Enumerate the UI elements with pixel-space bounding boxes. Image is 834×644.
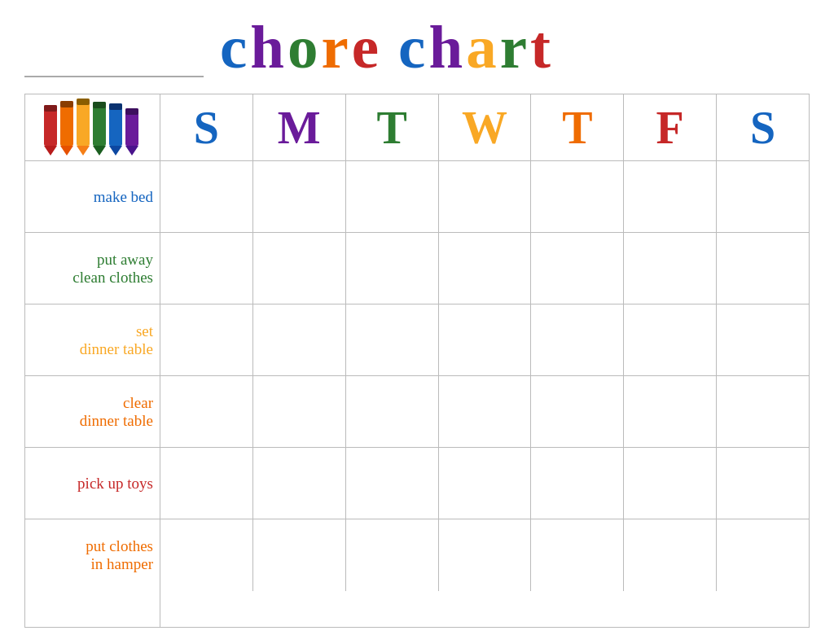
cell-r6c2[interactable] xyxy=(253,519,346,591)
title-letter-h: h xyxy=(250,16,288,77)
cell-r3c6[interactable] xyxy=(624,304,717,375)
cell-r5c4[interactable] xyxy=(439,448,532,519)
day-header-s2: S xyxy=(717,94,809,160)
chore-row-3 xyxy=(160,304,809,376)
cell-r2c5[interactable] xyxy=(531,233,624,304)
name-line[interactable] xyxy=(24,45,204,77)
title-letter-r2: r xyxy=(500,16,530,77)
cell-r3c5[interactable] xyxy=(531,304,624,375)
cell-r1c7[interactable] xyxy=(717,161,809,232)
chore-label-1: make bed xyxy=(25,161,160,233)
chore-label-text-6: put clothes in hamper xyxy=(86,537,153,573)
title-letter-r: r xyxy=(322,16,352,77)
cell-r1c3[interactable] xyxy=(346,161,439,232)
title-letter-a: a xyxy=(466,16,500,77)
cell-r3c1[interactable] xyxy=(160,304,253,375)
cell-r1c1[interactable] xyxy=(160,161,253,232)
cell-r5c5[interactable] xyxy=(531,448,624,519)
title-letter-t2: t xyxy=(530,16,554,77)
svg-marker-4 xyxy=(60,146,73,156)
cell-r5c1[interactable] xyxy=(160,448,253,519)
cell-r4c5[interactable] xyxy=(531,376,624,447)
cell-r6c1[interactable] xyxy=(160,519,253,591)
day-label-s2: S xyxy=(750,102,775,154)
cell-r5c3[interactable] xyxy=(346,448,439,519)
svg-rect-3 xyxy=(60,101,73,146)
page-header: chore chart xyxy=(24,16,810,77)
cell-r6c3[interactable] xyxy=(346,519,439,591)
chore-label-text-1: make bed xyxy=(94,188,153,206)
svg-rect-17 xyxy=(125,108,138,115)
cell-r2c7[interactable] xyxy=(717,233,809,304)
cell-r3c2[interactable] xyxy=(253,304,346,375)
cell-r5c6[interactable] xyxy=(624,448,717,519)
cell-r4c4[interactable] xyxy=(439,376,532,447)
chore-label-3: set dinner table xyxy=(25,304,160,376)
cell-r1c4[interactable] xyxy=(439,161,532,232)
crayons-area xyxy=(25,94,160,161)
cell-r5c2[interactable] xyxy=(253,448,346,519)
cell-r5c7[interactable] xyxy=(717,448,809,519)
crayons-icon xyxy=(40,97,146,156)
svg-rect-5 xyxy=(60,101,73,107)
title-letter-c: c xyxy=(220,16,250,77)
chore-label-6: put clothes in hamper xyxy=(25,519,160,591)
day-header-m: M xyxy=(253,94,346,160)
svg-marker-10 xyxy=(93,146,106,156)
cell-r2c6[interactable] xyxy=(624,233,717,304)
cell-r4c2[interactable] xyxy=(253,376,346,447)
cell-r1c5[interactable] xyxy=(531,161,624,232)
title-space xyxy=(382,16,398,77)
title-letter-o: o xyxy=(288,16,322,77)
svg-rect-11 xyxy=(93,102,106,108)
title-letter-e: e xyxy=(352,16,382,77)
svg-rect-2 xyxy=(44,105,57,112)
title-letter-c2: c xyxy=(398,16,428,77)
cell-r6c5[interactable] xyxy=(531,519,624,591)
chore-label-text-2: put away clean clothes xyxy=(72,251,153,287)
day-label-s1: S xyxy=(194,102,219,154)
day-label-t1: T xyxy=(376,102,406,154)
day-headers-row: S M T W T F S xyxy=(160,94,809,161)
svg-rect-14 xyxy=(109,103,122,110)
day-header-t2: T xyxy=(531,94,624,160)
cell-r1c6[interactable] xyxy=(624,161,717,232)
cell-r6c6[interactable] xyxy=(624,519,717,591)
day-label-t2: T xyxy=(562,102,592,154)
cell-r4c6[interactable] xyxy=(624,376,717,447)
chore-label-text-4: clear dinner table xyxy=(80,394,153,430)
svg-rect-9 xyxy=(93,102,106,146)
cell-r3c4[interactable] xyxy=(439,304,532,375)
svg-marker-13 xyxy=(109,146,122,156)
cell-r4c3[interactable] xyxy=(346,376,439,447)
left-column: make bed put away clean clothes set dinn… xyxy=(25,94,160,627)
chore-label-text-5: pick up toys xyxy=(77,475,153,493)
svg-marker-16 xyxy=(125,146,138,156)
cell-r4c1[interactable] xyxy=(160,376,253,447)
svg-rect-8 xyxy=(77,99,90,105)
svg-rect-6 xyxy=(77,99,90,146)
cell-r2c3[interactable] xyxy=(346,233,439,304)
day-label-w: W xyxy=(462,102,507,154)
cell-r4c7[interactable] xyxy=(717,376,809,447)
cell-r2c4[interactable] xyxy=(439,233,532,304)
chore-label-5: pick up toys xyxy=(25,448,160,519)
cell-r6c7[interactable] xyxy=(717,519,809,591)
chore-row-2 xyxy=(160,233,809,304)
cell-r3c3[interactable] xyxy=(346,304,439,375)
cell-r2c2[interactable] xyxy=(253,233,346,304)
chore-label-2: put away clean clothes xyxy=(25,233,160,304)
cell-r1c2[interactable] xyxy=(253,161,346,232)
days-grid: S M T W T F S xyxy=(160,94,809,627)
main-area: make bed put away clean clothes set dinn… xyxy=(24,94,810,628)
day-header-t1: T xyxy=(346,94,439,160)
day-header-s1: S xyxy=(160,94,253,160)
cell-r3c7[interactable] xyxy=(717,304,809,375)
chore-row-1 xyxy=(160,161,809,233)
day-label-f: F xyxy=(656,102,684,154)
title-letter-h2: h xyxy=(428,16,466,77)
day-header-w: W xyxy=(439,94,532,160)
cell-r6c4[interactable] xyxy=(439,519,532,591)
chore-label-4: clear dinner table xyxy=(25,376,160,448)
cell-r2c1[interactable] xyxy=(160,233,253,304)
